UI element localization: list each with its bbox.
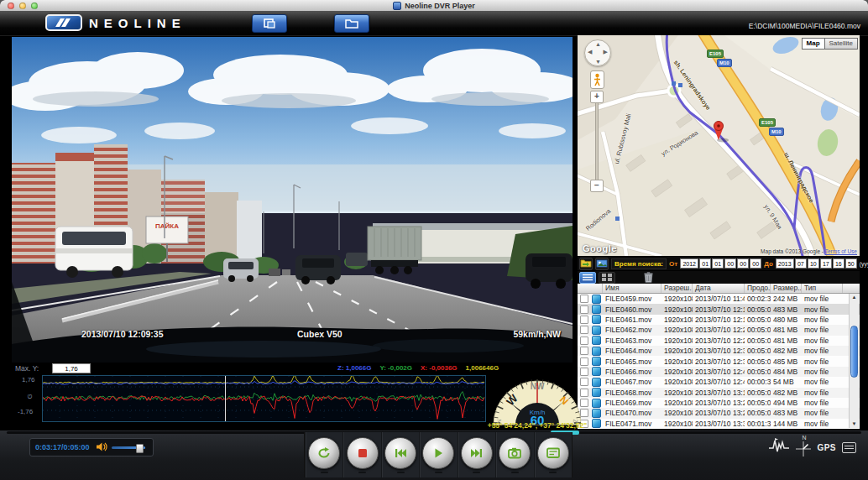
table-cell: 2013/07/10 13:28:56 bbox=[693, 409, 745, 417]
file-checkbox[interactable] bbox=[580, 357, 588, 366]
file-checkbox[interactable] bbox=[580, 337, 588, 345]
movie-file-icon bbox=[592, 347, 601, 356]
repeat-button[interactable] bbox=[308, 437, 340, 469]
table-cell: FILE0469.mov bbox=[603, 399, 661, 407]
max-y-input[interactable] bbox=[52, 363, 91, 373]
speaker-icon[interactable] bbox=[97, 440, 107, 455]
route-badge-e105: E105 bbox=[707, 50, 724, 58]
file-checkbox[interactable] bbox=[580, 347, 588, 355]
to-date-field[interactable] bbox=[833, 258, 844, 269]
table-row[interactable]: FILE0468.mov1920x10802013/07/10 13:18:54… bbox=[578, 388, 860, 398]
table-cell: 2013/07/10 12:41:24 bbox=[693, 368, 745, 376]
movie-file-icon bbox=[592, 399, 601, 408]
file-checkbox[interactable] bbox=[580, 316, 588, 324]
table-cell: mov file bbox=[802, 337, 843, 345]
from-date-field[interactable] bbox=[724, 258, 736, 269]
next-button[interactable] bbox=[461, 437, 493, 469]
table-row[interactable]: FILE0467.mov1920x10802013/07/10 12:42:00… bbox=[578, 377, 860, 387]
attribution-text: Map data ©2013 Google - bbox=[761, 248, 825, 254]
table-row[interactable]: FILE0469.mov1920x10802013/07/10 13:23:56… bbox=[578, 398, 860, 408]
gsensor-graph[interactable] bbox=[42, 375, 486, 422]
pegman-icon[interactable] bbox=[590, 70, 604, 89]
table-row[interactable]: FILE0471.mov1920x10802013/07/10 13:30:26… bbox=[578, 419, 860, 429]
to-date-field[interactable] bbox=[808, 258, 819, 269]
table-cell: mov file bbox=[802, 305, 843, 314]
open-file-button[interactable] bbox=[252, 14, 287, 33]
table-cell: 1920x1080 bbox=[661, 378, 693, 386]
column-header[interactable]: Тип bbox=[802, 284, 843, 293]
column-header[interactable]: Продо... bbox=[745, 284, 771, 293]
from-date-field[interactable] bbox=[712, 258, 724, 269]
column-header[interactable]: Размер... bbox=[771, 284, 802, 293]
transport-controls bbox=[304, 432, 573, 477]
table-row[interactable]: FILE0465.mov1920x10802013/07/10 12:36:24… bbox=[578, 356, 860, 366]
google-logo: Google bbox=[583, 243, 617, 253]
table-row[interactable]: FILE0461.mov1920x10802013/07/10 12:16:20… bbox=[578, 315, 860, 325]
from-date-field[interactable] bbox=[680, 258, 698, 269]
previous-button[interactable] bbox=[384, 437, 416, 469]
table-cell: 1920x1080 bbox=[661, 295, 693, 303]
satellite-type-button[interactable]: Satellite bbox=[824, 38, 858, 50]
app-content: NEOLINE E:\DCIM\100MEDIA\FILE0460.mov bbox=[0, 11, 868, 480]
to-date-field[interactable] bbox=[820, 258, 832, 269]
table-cell: 00:05:00 bbox=[745, 326, 771, 334]
display-settings-button[interactable] bbox=[537, 437, 569, 469]
table-row[interactable]: FILE0459.mov1920x10802013/07/10 11:42:50… bbox=[578, 294, 860, 304]
table-cell: 54 MB bbox=[771, 378, 802, 386]
column-header[interactable]: Дата bbox=[693, 284, 745, 293]
thumbnail-view-button[interactable] bbox=[599, 272, 615, 284]
file-checkbox[interactable] bbox=[580, 326, 588, 334]
file-list-table: ИмяРазреш...ДатаПродо...Размер...Тип FIL… bbox=[578, 284, 860, 429]
table-row[interactable]: FILE0463.mov1920x10802013/07/10 12:26:22… bbox=[578, 336, 860, 346]
gps-map[interactable]: sh. Leningradskoye ш. Ленинградское ул. … bbox=[578, 35, 860, 256]
zoom-slider[interactable] bbox=[595, 102, 599, 180]
file-list-toggle-icon[interactable] bbox=[842, 442, 856, 453]
table-row[interactable]: FILE0462.mov1920x10802013/07/10 12:21:22… bbox=[578, 325, 860, 335]
open-folder-button[interactable] bbox=[334, 14, 369, 33]
graph-playhead[interactable] bbox=[225, 376, 226, 421]
stop-button[interactable] bbox=[347, 437, 379, 469]
play-button[interactable] bbox=[422, 437, 454, 469]
scroll-down-arrow[interactable]: ▼ bbox=[851, 421, 857, 427]
table-cell: mov file bbox=[802, 326, 843, 334]
file-checkbox[interactable] bbox=[580, 295, 588, 303]
table-row[interactable]: FILE0460.mov1920x10802013/07/10 12:11:20… bbox=[578, 304, 860, 314]
folder-icon[interactable] bbox=[579, 258, 593, 270]
to-date-field[interactable] bbox=[776, 258, 794, 269]
table-scrollbar[interactable]: ▲ ▼ bbox=[849, 294, 859, 428]
terms-of-use-link[interactable]: Terms of Use bbox=[825, 248, 857, 254]
readout-y: Y: -0,002G bbox=[379, 364, 412, 372]
table-cell: 481 MB bbox=[771, 337, 802, 345]
to-date-field[interactable] bbox=[795, 258, 807, 269]
compass-gauge: N W NW N Z Km/h 60 bbox=[483, 368, 592, 430]
map-type-button[interactable]: Map bbox=[802, 38, 824, 50]
file-checkbox[interactable] bbox=[580, 305, 588, 314]
volume-thumb[interactable] bbox=[136, 444, 144, 453]
scroll-up-arrow[interactable]: ▲ bbox=[851, 295, 857, 300]
compass-north-icon[interactable]: N bbox=[796, 436, 811, 458]
scrollbar-thumb[interactable] bbox=[850, 326, 858, 378]
zoom-in-button[interactable]: + bbox=[590, 91, 604, 103]
from-date-field[interactable] bbox=[737, 258, 749, 269]
table-cell: 00:05:00 bbox=[745, 316, 771, 324]
gps-toggle[interactable]: GPS bbox=[817, 443, 836, 452]
table-cell: 00:05:00 bbox=[745, 399, 771, 407]
gsensor-graph-icon[interactable] bbox=[768, 437, 790, 457]
to-date-field[interactable] bbox=[845, 258, 857, 269]
video-viewport[interactable]: ПАЙКА bbox=[12, 37, 573, 363]
snapshot-button[interactable] bbox=[499, 437, 531, 469]
delete-file-button[interactable] bbox=[641, 272, 655, 283]
table-row[interactable]: FILE0464.mov1920x10802013/07/10 12:31:24… bbox=[578, 346, 860, 356]
column-header[interactable]: Разреш... bbox=[661, 284, 693, 293]
table-row[interactable]: FILE0466.mov1920x10802013/07/10 12:41:24… bbox=[578, 367, 860, 377]
volume-slider[interactable] bbox=[112, 446, 145, 449]
photo-icon[interactable] bbox=[595, 258, 609, 270]
map-pan-control[interactable]: ▲▼ ◀▶ bbox=[584, 39, 611, 66]
from-date-field[interactable] bbox=[750, 258, 761, 269]
table-cell: 482 MB bbox=[771, 347, 802, 355]
from-date-field[interactable] bbox=[699, 258, 711, 269]
list-view-button[interactable] bbox=[579, 272, 596, 284]
column-header[interactable]: Имя bbox=[603, 284, 661, 293]
zoom-out-button[interactable]: − bbox=[590, 180, 604, 192]
table-row[interactable]: FILE0470.mov1920x10802013/07/10 13:28:56… bbox=[578, 408, 860, 418]
